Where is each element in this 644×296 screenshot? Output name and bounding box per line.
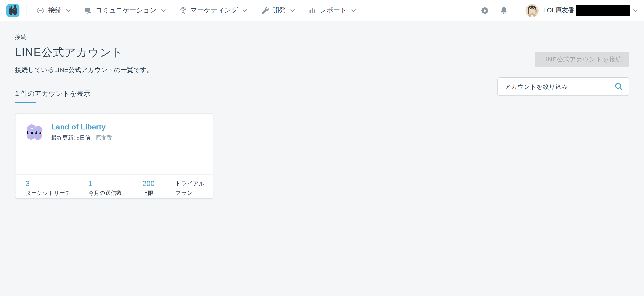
account-meta: 最終更新: 5日前 - 原友香	[51, 134, 112, 142]
stat-value: 3	[26, 179, 88, 188]
connect-line-account-button[interactable]: LINE公式アカウントを接続	[535, 52, 630, 67]
chevron-down-icon	[351, 8, 356, 12]
stat-plan: トライアル プラン	[175, 179, 204, 198]
nav-label: マーケティング	[191, 6, 238, 14]
account-avatar: Land of	[25, 123, 44, 141]
stat-label: 上限	[142, 189, 175, 197]
stat-label: ターゲットリーチ	[26, 189, 88, 197]
stat-limit: 200 上限	[142, 179, 175, 198]
user-name[interactable]: LOL原友香	[543, 6, 574, 14]
nav-item-report[interactable]: レポート	[308, 6, 356, 14]
notifications-button[interactable]	[499, 6, 508, 15]
nav-item-connect[interactable]: 接続	[36, 6, 71, 14]
broadcast-antenna-icon	[179, 6, 187, 14]
card-stats-footer: 3 ターゲットリーチ 1 今月の送信数 200 上限 トライアル プラン	[16, 174, 213, 198]
bell-icon	[499, 6, 508, 15]
updated-by-text: - 原友香	[92, 135, 112, 141]
account-card-body: Land of Land of Liberty 最終更新: 5日前 - 原友香	[16, 114, 213, 174]
main-nav: 接続 コミュニケーション	[36, 6, 369, 14]
accounts-count-label: 1 件のアカウントを表示	[15, 90, 90, 97]
chevron-down-icon	[66, 8, 71, 12]
last-updated-text: 最終更新: 5日前	[51, 135, 91, 141]
line-account-card[interactable]: Land of Land of Liberty 最終更新: 5日前 - 原友香 …	[15, 113, 213, 199]
chevron-down-icon	[161, 8, 166, 12]
stat-label: 今月の送信数	[88, 189, 142, 197]
stat-value: 1	[88, 179, 142, 188]
main-content: 接続 LINE公式アカウント 接続しているLINE公式アカウントの一覧です。 L…	[0, 21, 644, 199]
nav-label: レポート	[320, 6, 347, 14]
settings-button[interactable]	[480, 6, 489, 15]
nav-item-development[interactable]: 開発	[260, 6, 295, 14]
chevron-down-icon	[290, 8, 295, 12]
chat-bubble-icon	[84, 6, 92, 14]
account-info: Land of Liberty 最終更新: 5日前 - 原友香	[51, 123, 112, 142]
chevron-down-icon	[242, 8, 247, 12]
app-logo[interactable]	[6, 4, 20, 17]
navbar-divider	[516, 4, 517, 16]
search-icon[interactable]	[614, 82, 623, 91]
account-avatar-text: Land of	[27, 130, 43, 135]
user-avatar[interactable]	[526, 4, 539, 17]
app-root: 接続 コミュニケーション	[0, 0, 644, 296]
nav-label: 接続	[48, 6, 62, 14]
top-navbar: 接続 コミュニケーション	[0, 0, 644, 21]
chevron-down-icon[interactable]	[633, 8, 638, 12]
navbar-divider	[26, 4, 27, 16]
nav-item-communication[interactable]: コミュニケーション	[84, 6, 166, 14]
stat-value: 200	[142, 179, 175, 188]
accounts-count-tab[interactable]: 1 件のアカウントを表示	[15, 89, 90, 103]
stat-value: トライアル	[175, 179, 204, 188]
topbar-right-group: LOL原友香	[480, 4, 638, 17]
active-tab-underline	[15, 102, 36, 103]
account-search-box	[497, 77, 630, 96]
stat-target-reach: 3 ターゲットリーチ	[26, 179, 88, 198]
nav-item-marketing[interactable]: マーケティング	[179, 6, 247, 14]
gear-icon	[480, 6, 489, 15]
nav-label: コミュニケーション	[96, 6, 156, 14]
stat-label: プラン	[175, 189, 204, 197]
stat-monthly-sends: 1 今月の送信数	[88, 179, 142, 198]
code-brackets-icon	[36, 6, 45, 14]
nav-label: 開発	[272, 6, 286, 14]
wrench-icon	[260, 6, 269, 14]
breadcrumb[interactable]: 接続	[15, 33, 26, 41]
bar-chart-icon	[308, 6, 316, 14]
account-name-link[interactable]: Land of Liberty	[51, 123, 106, 132]
rabbits-logo-icon	[6, 4, 20, 17]
search-input[interactable]	[498, 83, 614, 90]
redacted-user-info	[576, 5, 630, 16]
